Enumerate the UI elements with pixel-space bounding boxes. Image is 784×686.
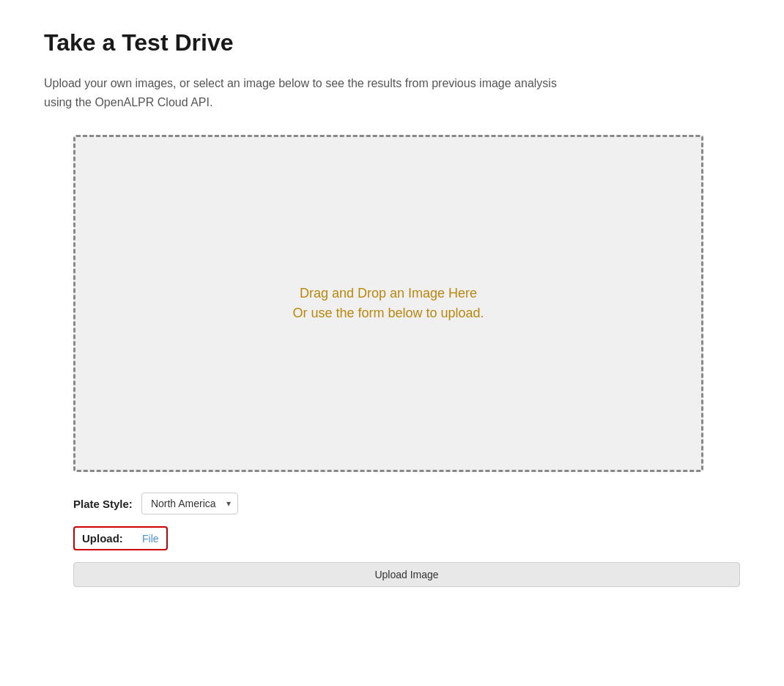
upload-image-button[interactable]: Upload Image — [73, 562, 740, 587]
upload-form: Plate Style: North America Europe Austra… — [73, 493, 740, 587]
plate-style-select-wrapper[interactable]: North America Europe Australia Brazil — [141, 493, 238, 514]
file-input-label[interactable]: File — [142, 533, 159, 545]
plate-style-row: Plate Style: North America Europe Austra… — [73, 493, 740, 514]
drop-zone-line2: Or use the form below to upload. — [292, 306, 484, 321]
plate-style-label: Plate Style: — [73, 498, 133, 510]
upload-row: Upload: File — [73, 526, 168, 550]
drop-zone[interactable]: Drag and Drop an Image Here Or use the f… — [73, 135, 703, 472]
upload-label: Upload: — [82, 532, 133, 545]
page-description: Upload your own images, or select an ima… — [44, 74, 557, 111]
drop-zone-line1: Drag and Drop an Image Here — [300, 286, 477, 301]
plate-style-select[interactable]: North America Europe Australia Brazil — [141, 493, 238, 514]
page-title: Take a Test Drive — [44, 29, 740, 56]
